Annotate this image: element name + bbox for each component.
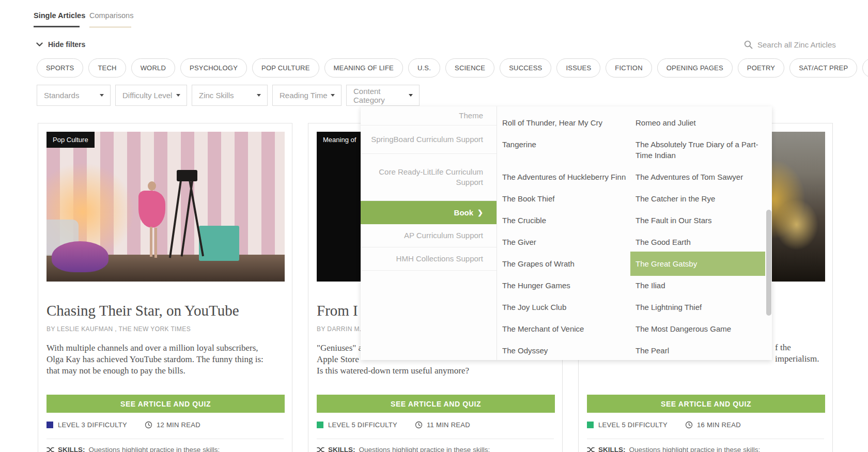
tab-comparisons-underline xyxy=(89,26,131,28)
tab-comparisons[interactable]: Comparisons xyxy=(89,11,133,20)
book-row: The Merchant of Venice The Most Dangerou… xyxy=(502,323,765,334)
tab-single-articles[interactable]: Single Articles xyxy=(34,11,85,20)
pill-sat-act-prep[interactable]: SAT/ACT PREP xyxy=(789,58,857,77)
read-time-label: 11 MIN READ xyxy=(427,421,470,429)
card-divider xyxy=(317,439,554,439)
content-category-menu: Theme SpringBoard Curriculum Support Cor… xyxy=(361,106,497,360)
book-row: The Crucible The Fault in Our Stars xyxy=(502,215,765,226)
category-badge: Pop Culture xyxy=(47,132,95,148)
image-pouf xyxy=(52,241,109,272)
pill-science[interactable]: SCIENCE xyxy=(445,58,494,77)
book-option[interactable]: The Most Dangerous Game xyxy=(636,323,765,334)
image-person-legs xyxy=(150,227,152,257)
filter-select-row: Standards Difficulty Level Zinc Skills R… xyxy=(37,85,420,106)
book-option[interactable]: The Crucible xyxy=(502,215,636,226)
pill-us[interactable]: U.S. xyxy=(408,58,440,77)
book-row: The Hunger Games The Iliad xyxy=(502,280,765,291)
summary-line: With multiple channels and over a millio… xyxy=(47,342,264,354)
reading-time-select-label: Reading Time xyxy=(280,91,328,100)
see-article-quiz-button[interactable]: SEE ARTICLE AND QUIZ xyxy=(47,395,285,413)
dropdown-scrollbar-thumb[interactable] xyxy=(766,210,771,316)
difficulty-label: LEVEL 3 DIFFICULTY xyxy=(58,421,127,429)
book-option[interactable]: Romeo and Juliet xyxy=(636,117,765,128)
article-byline: BY LESLIE KAUFMAN , THE NEW YORK TIMES xyxy=(47,325,191,333)
pill-issues[interactable]: ISSUES xyxy=(556,58,600,77)
book-option[interactable]: The Hunger Games xyxy=(502,280,636,291)
article-image[interactable]: Pop Culture xyxy=(47,132,285,282)
book-option[interactable]: Tangerine xyxy=(502,139,636,161)
zinc-skills-select[interactable]: Zinc Skills xyxy=(192,85,268,106)
book-option[interactable]: Roll of Thunder, Hear My Cry xyxy=(502,117,636,128)
book-option[interactable]: The Grapes of Wrath xyxy=(502,258,636,269)
skills-label: SKILLS: xyxy=(58,446,85,452)
menu-item-ap-curriculum[interactable]: AP Curriculum Support xyxy=(361,224,497,247)
pill-pop-culture[interactable]: POP CULTURE xyxy=(252,58,319,77)
pill-sports[interactable]: SPORTS xyxy=(37,58,83,77)
hide-filters-label: Hide filters xyxy=(48,40,85,49)
book-option[interactable]: The Book Thief xyxy=(502,193,636,204)
skills-icon xyxy=(47,446,54,452)
menu-item-hmh-collections[interactable]: HMH Collections Support xyxy=(361,247,497,271)
pill-opening-pages[interactable]: OPENING PAGES xyxy=(657,58,733,77)
book-option[interactable]: The Iliad xyxy=(636,280,765,291)
standards-select[interactable]: Standards xyxy=(37,85,111,106)
image-dresser xyxy=(199,226,239,261)
book-option[interactable]: The Lightning Thief xyxy=(636,302,765,313)
book-option-highlighted[interactable]: The Great Gatsby xyxy=(636,258,765,269)
book-submenu: Roll of Thunder, Hear My Cry Romeo and J… xyxy=(497,106,765,360)
standards-select-label: Standards xyxy=(44,91,79,100)
pill-poetry[interactable]: POETRY xyxy=(738,58,784,77)
caret-down-icon xyxy=(176,94,180,97)
summary-line: Is this watered-down term useful anymore… xyxy=(317,365,469,377)
skills-row: SKILLS: Questions highlight practice in … xyxy=(317,446,490,452)
search-input[interactable]: Search all Zinc Articles xyxy=(744,40,836,49)
book-option[interactable]: The Good Earth xyxy=(636,237,765,247)
see-article-quiz-button[interactable]: SEE ARTICLE AND QUIZ xyxy=(587,395,825,413)
pill-success[interactable]: SUCCESS xyxy=(500,58,551,77)
difficulty-level-select[interactable]: Difficulty Level xyxy=(115,85,187,106)
book-option[interactable]: The Absolutely True Diary of a Part-Time… xyxy=(636,139,765,161)
content-category-select[interactable]: Content Category xyxy=(346,85,420,106)
caret-down-icon xyxy=(257,94,261,97)
pill-psychology[interactable]: PSYCHOLOGY xyxy=(180,58,247,77)
reading-time-select[interactable]: Reading Time xyxy=(272,85,342,106)
pill-world[interactable]: WORLD xyxy=(131,58,175,77)
book-option[interactable]: The Joy Luck Club xyxy=(502,302,636,313)
pill-fiction[interactable]: FICTION xyxy=(606,58,652,77)
skills-text: Questions highlight practice in these sk… xyxy=(89,446,220,452)
summary-line-fragment: imperialism. xyxy=(775,354,819,364)
article-title[interactable]: Chasing Their Star, on YouTube xyxy=(47,302,239,319)
pill-tech[interactable]: TECH xyxy=(88,58,126,77)
menu-item-springboard[interactable]: SpringBoard Curriculum Support xyxy=(361,126,497,154)
book-option[interactable]: The Merchant of Venice xyxy=(502,323,636,334)
menu-item-theme[interactable]: Theme xyxy=(361,106,497,126)
caret-down-icon xyxy=(409,94,413,97)
skills-row: SKILLS: Questions highlight practice in … xyxy=(47,446,220,452)
pill-meaning-of-life[interactable]: MEANING OF LIFE xyxy=(324,58,403,77)
hide-filters-toggle[interactable]: Hide filters xyxy=(36,40,85,49)
image-tripod-leg xyxy=(189,180,204,256)
see-article-quiz-button[interactable]: SEE ARTICLE AND QUIZ xyxy=(317,395,555,413)
summary-line: Olga Kay has achieved YouTube stardom. T… xyxy=(47,354,264,365)
book-option[interactable]: The Fault in Our Stars xyxy=(636,215,765,226)
menu-item-core-ready-litlife[interactable]: Core Ready-LitLife Curriculum Support xyxy=(361,154,497,201)
book-option[interactable]: The Pearl xyxy=(636,345,765,356)
search-placeholder: Search all Zinc Articles xyxy=(757,40,836,49)
image-person-head xyxy=(148,181,156,191)
pill-primary-sources[interactable]: PRIMARY SOURCES xyxy=(862,58,868,77)
article-title[interactable]: From I xyxy=(317,302,358,319)
skills-label: SKILLS: xyxy=(328,446,355,452)
category-badge: Meaning of xyxy=(317,132,362,148)
book-option[interactable]: The Catcher in the Rye xyxy=(636,193,765,204)
book-option[interactable]: The Adventures of Huckleberry Finn xyxy=(502,172,636,182)
card-divider xyxy=(587,439,824,439)
book-option[interactable]: The Odyssey xyxy=(502,345,636,356)
read-time-label: 12 MIN READ xyxy=(157,421,200,429)
book-option[interactable]: The Giver xyxy=(502,237,636,247)
menu-item-book[interactable]: Book ❯ xyxy=(361,201,497,224)
book-option[interactable]: The Adventures of Tom Sawyer xyxy=(636,172,765,182)
tab-single-articles-underline xyxy=(34,26,80,27)
book-row: The Book Thief The Catcher in the Rye xyxy=(502,193,765,204)
skills-icon xyxy=(587,446,595,452)
content-category-dropdown: Theme SpringBoard Curriculum Support Cor… xyxy=(361,106,772,360)
